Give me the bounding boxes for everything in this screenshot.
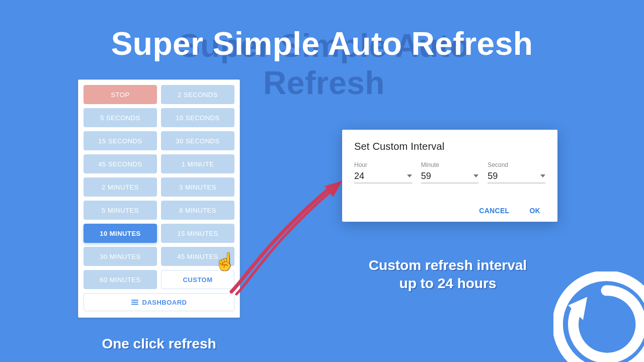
hour-select[interactable]: 24 [354, 169, 412, 184]
interval-button[interactable]: 60 MINUTES [84, 270, 157, 289]
interval-button[interactable]: 30 MINUTES [84, 247, 157, 266]
interval-button[interactable]: 8 MINUTES [161, 201, 234, 220]
interval-button[interactable]: 30 SECONDS [161, 131, 234, 150]
interval-button[interactable]: 45 MINUTES [161, 247, 234, 266]
caret-down-icon [540, 174, 545, 177]
menu-icon [131, 300, 138, 305]
svg-marker-0 [325, 181, 342, 197]
interval-button[interactable]: 2 MINUTES [84, 177, 157, 197]
interval-button[interactable]: 3 MINUTES [161, 177, 234, 197]
ok-button[interactable]: OK [529, 207, 540, 215]
interval-button[interactable]: 15 MINUTES [161, 224, 234, 243]
interval-button[interactable]: 45 SECONDS [84, 154, 157, 173]
caret-down-icon [473, 174, 478, 177]
minute-value: 59 [421, 171, 431, 182]
dashboard-button[interactable]: DASHBOARD [84, 293, 234, 311]
interval-button[interactable]: 5 MINUTES [84, 201, 157, 220]
hour-label: Hour [354, 161, 412, 168]
hour-value: 24 [354, 171, 364, 182]
second-select[interactable]: 59 [488, 169, 545, 184]
page-title: Super Simple Auto Refresh [0, 25, 644, 62]
interval-button[interactable]: 2 SECONDS [161, 85, 234, 104]
minute-select[interactable]: 59 [421, 169, 479, 184]
interval-button-active[interactable]: 10 MINUTES [84, 224, 157, 243]
refresh-interval-panel: STOP2 SECONDS5 SECONDS10 SECONDS15 SECON… [78, 79, 240, 318]
stop-button[interactable]: STOP [84, 85, 157, 104]
custom-interval-button[interactable]: CUSTOM [161, 270, 234, 289]
interval-button[interactable]: 1 MINUTE [161, 154, 234, 173]
interval-button[interactable]: 10 SECONDS [161, 108, 234, 127]
page-title-wrap: Super Simple Auto Refresh Super Simple A… [0, 25, 644, 62]
dashboard-label: DASHBOARD [142, 299, 187, 306]
svg-marker-2 [568, 297, 587, 320]
cancel-button[interactable]: CANCEL [479, 207, 509, 215]
interval-button[interactable]: 5 SECONDS [84, 108, 157, 127]
caret-down-icon [407, 174, 412, 177]
caption-custom-interval: Custom refresh intervalup to 24 hours [322, 256, 574, 293]
dialog-title: Set Custom Interval [354, 141, 545, 152]
caption-one-click: One click refresh [78, 336, 240, 352]
second-value: 59 [488, 171, 498, 182]
custom-interval-dialog: Set Custom Interval Hour 24 Minute 59 Se… [342, 130, 557, 222]
interval-button[interactable]: 15 SECONDS [84, 131, 157, 150]
second-label: Second [488, 161, 545, 168]
minute-label: Minute [421, 161, 479, 168]
